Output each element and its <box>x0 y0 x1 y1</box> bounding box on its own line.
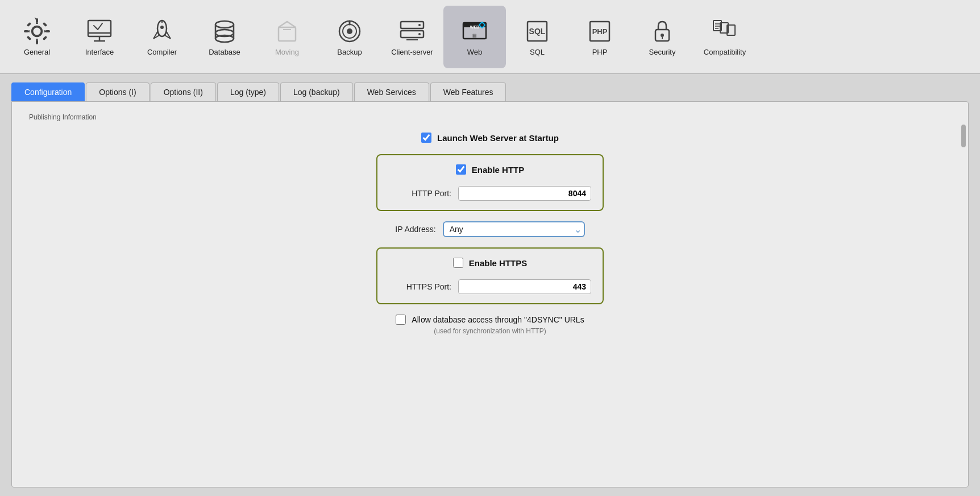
sync-sublabel: (used for synchronization with HTTP) <box>434 327 546 335</box>
tab-bar: Configuration Options (I) Options (II) L… <box>11 82 969 101</box>
compat-icon <box>711 17 739 46</box>
svg-point-47 <box>661 34 664 37</box>
tab-options-ii[interactable]: Options (II) <box>151 82 216 101</box>
enable-http-row: Enable HTTP <box>389 164 591 175</box>
https-port-input[interactable] <box>458 279 591 294</box>
toolbar-label-interface: Interface <box>85 48 114 56</box>
toolbar-label-client-server: Client-server <box>391 48 433 56</box>
tab-web-services[interactable]: Web Services <box>354 82 429 101</box>
launch-web-server-label: Launch Web Server at Startup <box>437 133 559 143</box>
toolbar-label-database: Database <box>209 48 240 56</box>
enable-https-label: Enable HTTPS <box>469 258 528 268</box>
svg-rect-7 <box>43 22 47 27</box>
svg-text:PHP: PHP <box>592 27 608 36</box>
svg-rect-6 <box>27 22 31 27</box>
toolbar-item-web[interactable]: WEB ▤ Web <box>443 6 506 68</box>
database-icon <box>210 17 239 46</box>
toolbar: General Interface Compiler <box>0 0 980 74</box>
toolbar-item-general[interactable]: General <box>6 6 68 68</box>
toolbar-item-sql[interactable]: SQL SQL <box>506 6 568 68</box>
toolbar-item-compiler[interactable]: Compiler <box>131 6 193 68</box>
http-port-input[interactable] <box>458 186 591 201</box>
svg-point-26 <box>347 28 352 34</box>
https-port-row: HTTPS Port: <box>389 279 591 294</box>
web-icon: WEB ▤ <box>460 17 489 46</box>
tab-options-i[interactable]: Options (I) <box>86 82 149 101</box>
tab-web-features[interactable]: Web Features <box>430 82 506 101</box>
toolbar-item-interface[interactable]: Interface <box>68 6 131 68</box>
svg-text:SQL: SQL <box>529 27 546 36</box>
client-server-icon <box>398 17 426 46</box>
svg-line-14 <box>94 26 98 30</box>
ip-select-wrapper: Any 127.0.0.1 0.0.0.0 ⌄ <box>443 221 585 237</box>
toolbar-label-moving: Moving <box>275 48 299 56</box>
sync-row: Allow database access through "4DSYNC" U… <box>29 315 951 335</box>
svg-point-30 <box>418 24 421 26</box>
enable-https-checkbox[interactable] <box>453 258 463 268</box>
toolbar-label-compiler: Compiler <box>147 48 177 56</box>
enable-http-label: Enable HTTP <box>472 165 525 175</box>
tab-configuration[interactable]: Configuration <box>11 82 85 101</box>
gear-icon <box>23 17 51 46</box>
sql-icon: SQL <box>523 17 551 46</box>
http-box: Enable HTTP HTTP Port: <box>376 154 604 211</box>
http-port-row: HTTP Port: <box>389 186 591 201</box>
ip-address-label: IP Address: <box>395 225 435 234</box>
toolbar-item-database[interactable]: Database <box>193 6 256 68</box>
svg-point-17 <box>160 26 164 29</box>
tab-log-backup[interactable]: Log (backup) <box>280 82 353 101</box>
toolbar-item-moving: Moving <box>256 6 318 68</box>
monitor-icon <box>85 17 114 46</box>
toolbar-label-backup: Backup <box>337 48 362 56</box>
svg-rect-8 <box>27 36 31 40</box>
rocket-icon <box>148 17 176 46</box>
toolbar-label-compatibility: Compatibility <box>704 48 746 56</box>
toolbar-item-security[interactable]: Security <box>631 6 694 68</box>
launch-web-server-checkbox[interactable] <box>421 133 431 143</box>
toolbar-label-security: Security <box>649 48 676 56</box>
scrollbar[interactable] <box>961 125 966 147</box>
toolbar-item-backup[interactable]: Backup <box>318 6 381 68</box>
toolbar-label-web: Web <box>467 48 483 56</box>
tab-log-type[interactable]: Log (type) <box>217 82 279 101</box>
svg-rect-10 <box>88 20 111 36</box>
lock-icon <box>648 17 676 46</box>
sync-checkbox[interactable] <box>396 315 406 325</box>
svg-rect-5 <box>45 30 50 32</box>
svg-text:WEB: WEB <box>470 25 479 29</box>
toolbar-item-php[interactable]: PHP PHP <box>568 6 631 68</box>
svg-point-19 <box>215 21 234 28</box>
https-port-label: HTTPS Port: <box>389 282 451 291</box>
toolbar-item-compatibility[interactable]: Compatibility <box>694 6 756 68</box>
svg-rect-2 <box>36 18 38 23</box>
content-panel: Publishing Information Launch Web Server… <box>11 101 969 487</box>
backup-icon <box>335 17 364 46</box>
ip-address-row: IP Address: Any 127.0.0.1 0.0.0.0 ⌄ <box>29 221 951 237</box>
box-icon <box>273 17 301 46</box>
svg-line-15 <box>98 23 102 30</box>
svg-rect-3 <box>36 40 38 44</box>
svg-rect-9 <box>43 36 47 40</box>
sync-label: Allow database access through "4DSYNC" U… <box>412 315 584 324</box>
http-port-label: HTTP Port: <box>389 189 451 198</box>
enable-http-checkbox[interactable] <box>456 164 466 175</box>
svg-point-31 <box>418 33 421 35</box>
enable-https-row: Enable HTTPS <box>389 258 591 268</box>
toolbar-label-php: PHP <box>592 48 608 56</box>
https-box: Enable HTTPS HTTPS Port: <box>376 247 604 304</box>
svg-text:▤: ▤ <box>472 33 477 38</box>
toolbar-label-sql: SQL <box>530 48 545 56</box>
svg-point-1 <box>32 26 42 36</box>
main-content: Configuration Options (I) Options (II) L… <box>0 74 980 496</box>
toolbar-item-client-server[interactable]: Client-server <box>381 6 443 68</box>
sync-check-row: Allow database access through "4DSYNC" U… <box>396 315 584 325</box>
php-icon: PHP <box>585 17 614 46</box>
svg-rect-4 <box>24 30 28 32</box>
launch-web-server-row: Launch Web Server at Startup <box>29 133 951 143</box>
toolbar-label-general: General <box>24 48 50 56</box>
ip-address-select[interactable]: Any 127.0.0.1 0.0.0.0 <box>443 221 585 237</box>
section-label: Publishing Information <box>29 113 951 121</box>
